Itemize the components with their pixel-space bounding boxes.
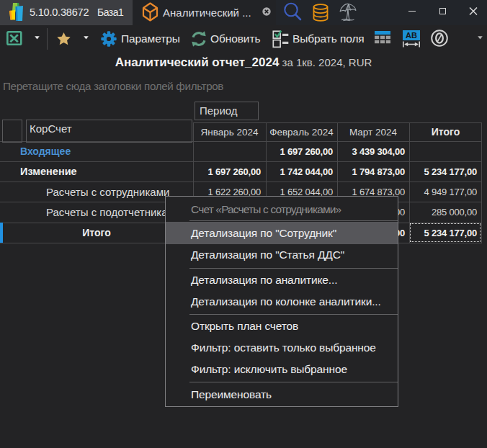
svg-text:AB: AB — [406, 31, 417, 40]
